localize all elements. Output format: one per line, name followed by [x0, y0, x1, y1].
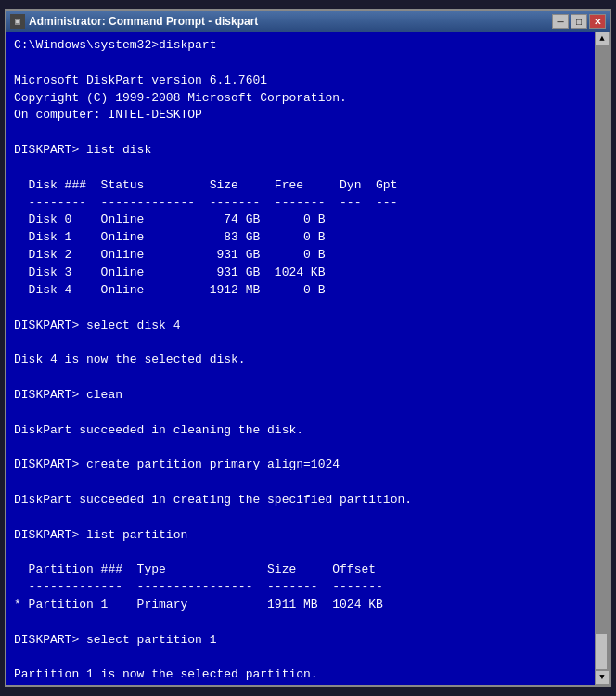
title-bar: ▣ Administrator: Command Prompt - diskpa… — [6, 11, 610, 32]
title-bar-text: Administrator: Command Prompt - diskpart — [29, 15, 548, 28]
maximize-button[interactable]: □ — [571, 14, 587, 29]
scroll-down-arrow[interactable]: ▼ — [595, 670, 610, 685]
window: ▣ Administrator: Command Prompt - diskpa… — [5, 9, 611, 687]
window-icon: ▣ — [10, 14, 25, 29]
terminal-output[interactable]: C:\Windows\system32>diskpart Microsoft D… — [6, 32, 595, 685]
terminal-container: C:\Windows\system32>diskpart Microsoft D… — [6, 32, 610, 685]
scroll-track — [595, 46, 610, 670]
scroll-up-arrow[interactable]: ▲ — [595, 32, 610, 46]
minimize-button[interactable]: ─ — [552, 14, 569, 29]
title-bar-buttons: ─ □ ✕ — [552, 14, 606, 29]
close-button[interactable]: ✕ — [589, 14, 606, 29]
scroll-thumb[interactable] — [595, 633, 608, 670]
scrollbar[interactable]: ▲ ▼ — [595, 32, 610, 685]
